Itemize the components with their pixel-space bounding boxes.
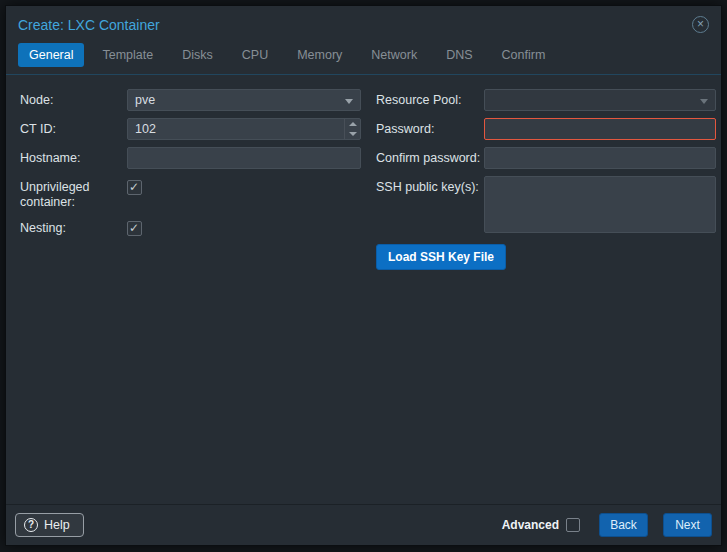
- tab-disks[interactable]: Disks: [171, 43, 224, 67]
- dialog-footer: ? Help Advanced Back Next: [6, 504, 721, 545]
- tab-general[interactable]: General: [18, 43, 84, 67]
- form-body: Node: CT ID: Hostname:: [6, 75, 721, 504]
- confirm-password-input[interactable]: [485, 148, 715, 168]
- resource-pool-select[interactable]: [484, 89, 716, 111]
- password-row: Password:: [376, 118, 721, 140]
- dialog-titlebar: Create: LXC Container ×: [6, 6, 721, 43]
- footer-actions: Advanced Back Next: [502, 513, 712, 537]
- unprivileged-checkbox[interactable]: [127, 180, 142, 195]
- tab-template[interactable]: Template: [91, 43, 164, 67]
- hostname-row: Hostname:: [20, 147, 361, 169]
- hostname-label: Hostname:: [20, 147, 127, 166]
- node-row: Node:: [20, 89, 361, 111]
- node-select[interactable]: [127, 89, 361, 111]
- tab-dns[interactable]: DNS: [435, 43, 483, 67]
- password-label: Password:: [376, 118, 484, 137]
- confirm-password-field[interactable]: [484, 147, 716, 169]
- ssh-keys-row: SSH public key(s):: [376, 176, 721, 233]
- resource-pool-label: Resource Pool:: [376, 89, 484, 108]
- help-button-label: Help: [44, 518, 70, 532]
- confirm-password-label: Confirm password:: [376, 147, 484, 166]
- unprivileged-row: Unprivileged container:: [20, 176, 361, 210]
- form-column-right: Resource Pool: Password: Confirm passwor…: [376, 89, 721, 270]
- node-input[interactable]: [128, 90, 360, 110]
- ssh-keys-label: SSH public key(s):: [376, 176, 484, 195]
- nesting-label: Nesting:: [20, 217, 127, 236]
- advanced-label: Advanced: [502, 518, 559, 532]
- hostname-input[interactable]: [128, 148, 360, 168]
- create-lxc-container-dialog: Create: LXC Container × General Template…: [5, 5, 722, 546]
- tab-cpu[interactable]: CPU: [231, 43, 279, 67]
- help-button[interactable]: ? Help: [15, 513, 84, 537]
- spinner-up-icon[interactable]: [345, 119, 360, 129]
- close-icon[interactable]: ×: [692, 16, 709, 33]
- hostname-field[interactable]: [127, 147, 361, 169]
- tab-confirm[interactable]: Confirm: [491, 43, 557, 67]
- ct-id-input[interactable]: [128, 119, 360, 139]
- ct-id-row: CT ID:: [20, 118, 361, 140]
- resource-pool-row: Resource Pool:: [376, 89, 721, 111]
- ssh-keys-textarea[interactable]: [484, 176, 716, 233]
- unprivileged-label: Unprivileged container:: [20, 176, 127, 210]
- form-column-left: Node: CT ID: Hostname:: [20, 89, 361, 243]
- question-mark-icon: ?: [24, 518, 38, 532]
- load-ssh-key-file-button[interactable]: Load SSH Key File: [376, 244, 506, 270]
- resource-pool-input[interactable]: [485, 90, 715, 110]
- password-field[interactable]: [484, 118, 716, 140]
- tab-memory[interactable]: Memory: [286, 43, 353, 67]
- password-input[interactable]: [485, 119, 715, 139]
- next-button[interactable]: Next: [663, 513, 712, 537]
- advanced-checkbox[interactable]: [566, 518, 580, 532]
- ct-id-spinner[interactable]: [127, 118, 361, 140]
- confirm-password-row: Confirm password:: [376, 147, 721, 169]
- dialog-title: Create: LXC Container: [18, 17, 160, 33]
- back-button[interactable]: Back: [599, 513, 648, 537]
- chevron-down-icon[interactable]: [700, 99, 708, 104]
- ct-id-label: CT ID:: [20, 118, 127, 137]
- spinner-down-icon[interactable]: [345, 129, 360, 139]
- chevron-down-icon[interactable]: [345, 99, 353, 104]
- node-label: Node:: [20, 89, 127, 108]
- spinner-buttons: [344, 119, 360, 139]
- tab-network[interactable]: Network: [360, 43, 428, 67]
- tab-bar: General Template Disks CPU Memory Networ…: [6, 43, 721, 75]
- nesting-checkbox[interactable]: [127, 221, 142, 236]
- nesting-row: Nesting:: [20, 217, 361, 236]
